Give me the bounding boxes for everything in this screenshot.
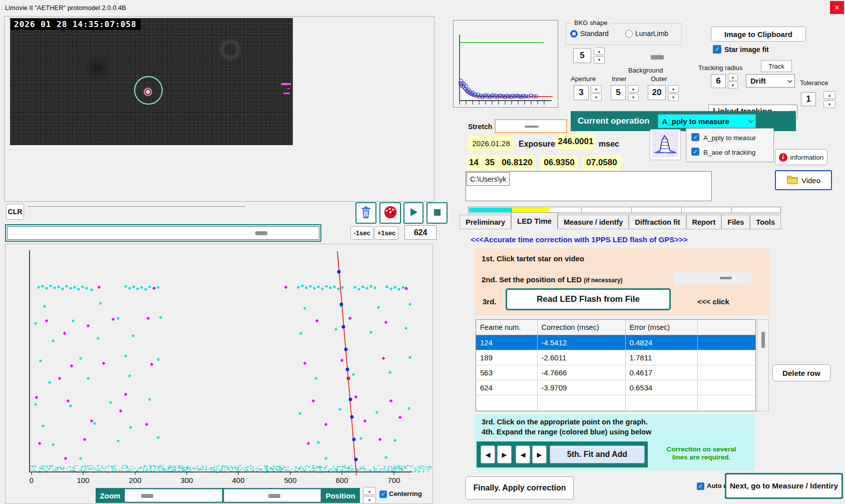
table-cell[interactable] [697, 395, 755, 410]
date-field[interactable]: 2026.01.28 [468, 136, 514, 151]
clear-button[interactable]: CLR [6, 204, 24, 220]
spin-up-icon[interactable]: ▲ [728, 74, 738, 81]
table-cell[interactable] [697, 380, 755, 395]
table-cell[interactable]: 0.6534 [625, 380, 697, 395]
apply-to-measure-checkbox[interactable]: ✓ [691, 133, 699, 141]
fit-and-add-button[interactable]: 5th. Fit and Add [550, 445, 645, 463]
position-spinner[interactable]: ▲ ▼ [363, 487, 376, 504]
aperture-spinner[interactable]: ▲ ▼ [591, 85, 602, 101]
table-cell[interactable] [697, 365, 755, 380]
play-button[interactable] [403, 202, 424, 224]
bkg-inner-field[interactable]: 5 [611, 85, 626, 100]
position-slider-handle[interactable] [268, 494, 280, 498]
spin-up-icon[interactable]: ▲ [591, 85, 602, 93]
spin-down-icon[interactable]: ▼ [728, 82, 738, 89]
base-of-tracking-checkbox[interactable]: ✓ [691, 148, 699, 156]
tab-preliminary[interactable]: Preliminary [460, 215, 511, 229]
spin-up-icon[interactable]: ▲ [823, 91, 835, 99]
trackbar-handle[interactable] [255, 231, 267, 235]
table-cell[interactable] [697, 335, 755, 350]
table-row[interactable]: 624-3.97090.6534 [476, 380, 755, 395]
scrollbar-thumb[interactable] [761, 332, 765, 348]
time-s3-field[interactable]: 07.0580 [583, 155, 621, 170]
frame-number-field[interactable]: 624 [404, 225, 437, 240]
table-cell[interactable]: 124 [476, 335, 537, 350]
star-image-fit-checkbox[interactable]: ✓ [713, 45, 721, 54]
led-position-handle[interactable] [720, 277, 732, 279]
table-cell[interactable] [476, 395, 537, 410]
table-row[interactable] [476, 395, 755, 410]
apply-correction-button[interactable]: Finally. Apply correction [466, 476, 574, 499]
video-path-field[interactable]: C:\Users\yk [467, 172, 510, 186]
table-cell[interactable]: -2.6011 [537, 350, 625, 365]
table-cell[interactable]: 189 [476, 350, 537, 365]
frame-trackbar[interactable] [5, 224, 321, 242]
spin-down-icon[interactable]: ▼ [594, 56, 605, 64]
centering-checkbox[interactable]: ✓ [379, 490, 387, 498]
track-button[interactable]: Track [761, 60, 792, 72]
next-button[interactable]: Next, go to Measure / Identiry [725, 473, 843, 499]
led-position-slider[interactable] [674, 271, 751, 285]
tab-report[interactable]: Report [686, 215, 722, 229]
table-cell[interactable]: -3.9709 [537, 380, 625, 395]
light-curve-chart[interactable]: 0100200300400500600700 [6, 244, 433, 485]
table-cell[interactable] [537, 395, 625, 410]
current-operation-select[interactable]: A_pply to measure [658, 114, 756, 128]
zoom-slider-handle[interactable] [141, 494, 153, 498]
table-cell[interactable] [625, 395, 697, 410]
aperture-field[interactable]: 3 [574, 85, 589, 100]
range-right-icon[interactable]: ▶ [497, 445, 512, 463]
tracking-radius-spinner[interactable]: ▲ ▼ [728, 74, 738, 89]
table-cell[interactable]: 0.4824 [625, 335, 697, 350]
bkg-outer-field[interactable]: 20 [648, 85, 666, 100]
table-cell[interactable]: -4.5412 [537, 335, 625, 350]
spin-up-icon[interactable]: ▲ [594, 48, 605, 55]
profile-icon-button[interactable] [650, 129, 681, 160]
video-button[interactable]: Video [775, 170, 832, 190]
standard-radio[interactable] [570, 30, 578, 38]
time-s2-field[interactable]: 06.9350 [541, 155, 578, 170]
correction-table[interactable]: Feame num.Correction (msec)Error (msec)1… [476, 320, 756, 410]
mini-slider-handle[interactable] [651, 55, 664, 60]
minus-1sec-button[interactable]: -1sec [350, 226, 373, 240]
table-row[interactable]: 189-2.60111.7811 [476, 350, 755, 365]
tolerance-spinner[interactable]: ▲ ▼ [823, 91, 835, 108]
range-left-icon[interactable]: ◀ [481, 445, 495, 463]
table-cell[interactable]: -4.7666 [537, 365, 625, 380]
time-hh-field[interactable]: 14 [467, 155, 481, 170]
zoom-slider[interactable] [125, 489, 222, 502]
bkg-inner-spinner[interactable]: ▲ ▼ [628, 85, 639, 101]
tab-led-time[interactable]: LED Time [511, 212, 558, 229]
spin-down-icon[interactable]: ▼ [363, 496, 376, 504]
lunarlimb-radio[interactable] [625, 30, 633, 38]
spin-down-icon[interactable]: ▼ [823, 100, 835, 108]
tab-measure-identfy[interactable]: Measure / identfy [558, 215, 629, 229]
time-s1-field[interactable]: 06.8120 [499, 155, 536, 170]
table-cell[interactable]: 1.7811 [625, 350, 697, 365]
stretch-handle[interactable] [525, 126, 539, 128]
drift-select[interactable]: Drift [746, 74, 795, 88]
auto-next-checkbox[interactable]: ✓ [697, 482, 704, 490]
time-mm-field[interactable]: 35 [483, 155, 497, 170]
tolerance-field[interactable]: 1 [801, 92, 816, 106]
spin-down-icon[interactable]: ▼ [668, 94, 679, 101]
path-box[interactable]: C:\Users\yk [466, 171, 712, 201]
image-to-clipboard-button[interactable]: Image to Clipboard [711, 27, 806, 42]
close-icon[interactable]: ✕ [830, 1, 844, 14]
table-row[interactable]: 563-4.76660.4617 [476, 365, 755, 380]
stretch-slider[interactable] [495, 119, 567, 133]
table-cell[interactable]: 0.4617 [625, 365, 697, 380]
plus-1sec-button[interactable]: +1sec [374, 226, 398, 240]
stop-button[interactable] [427, 202, 448, 224]
delete-frame-button[interactable] [355, 202, 376, 224]
tab-files[interactable]: Files [721, 215, 750, 229]
table-cell[interactable]: 624 [476, 380, 537, 395]
range-left-icon[interactable]: ◀ [516, 445, 530, 463]
read-led-flash-button[interactable]: Read LED Flash from File [506, 288, 671, 310]
range-right-icon[interactable]: ▶ [532, 445, 547, 463]
bkg-outer-spinner[interactable]: ▲ ▼ [668, 85, 679, 101]
spin-up-icon[interactable]: ▲ [668, 85, 679, 93]
spin-up-icon[interactable]: ▲ [628, 85, 639, 93]
tracking-radius-field[interactable]: 6 [711, 74, 726, 88]
smoothing-spinner[interactable]: ▲ ▼ [594, 48, 605, 64]
